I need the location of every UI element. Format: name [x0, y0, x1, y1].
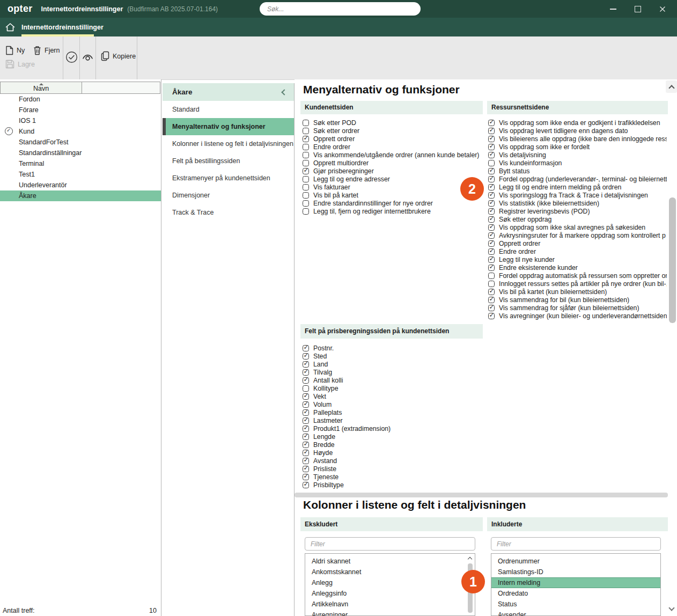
checkbox-icon[interactable] [488, 200, 495, 207]
save-button[interactable]: Lagre [5, 60, 35, 69]
checkbox-icon[interactable] [303, 176, 309, 182]
horizontal-scrollbar[interactable] [295, 493, 668, 497]
checkbox-icon[interactable] [488, 168, 495, 174]
checkbox-row[interactable]: Vis sammendrag for bil (kun bileiernetts… [488, 296, 667, 304]
checkbox-icon[interactable] [488, 136, 495, 142]
checkbox-row[interactable]: Vis statistikk (ikke bileiernettsiden) [488, 199, 667, 207]
checkbox-icon[interactable] [488, 265, 495, 271]
table-row[interactable]: StandardForTest [0, 137, 161, 148]
checkbox-icon[interactable] [488, 160, 495, 166]
checkbox-icon[interactable] [303, 409, 309, 416]
checkbox-row[interactable]: Vis kundeinformasjon [488, 159, 667, 167]
checkbox-icon[interactable] [303, 393, 309, 400]
vertical-scrollbar-thumb[interactable] [669, 197, 676, 323]
list-item[interactable]: Anlegg [305, 577, 475, 588]
checkbox-row[interactable]: Volum [303, 400, 485, 408]
checkbox-icon[interactable] [488, 120, 495, 126]
checkbox-icon[interactable] [488, 289, 495, 295]
checkbox-row[interactable]: Bredde [303, 441, 485, 449]
checkbox-row[interactable]: Vis oppdrag som ikke skal avregnes på sø… [488, 223, 667, 231]
list-item[interactable]: Artikkelnavn [305, 599, 475, 610]
table-row[interactable]: Terminal [0, 158, 161, 169]
checkbox-icon[interactable] [303, 168, 309, 174]
checkbox-row[interactable]: Prisliste [303, 465, 485, 473]
checkbox-row[interactable]: Vis sporingslogg fra Track & Trace i det… [488, 191, 667, 199]
checkbox-icon[interactable] [303, 144, 309, 150]
checkbox-icon[interactable] [303, 417, 309, 424]
list-item[interactable]: Ordrenummer [491, 556, 660, 567]
checkbox-row[interactable]: Endre eksisterende kunder [488, 263, 667, 272]
checkbox-row[interactable]: Legg til og endre adresser [303, 175, 485, 183]
checkbox-row[interactable]: Sted [303, 352, 485, 360]
checkbox-icon[interactable] [303, 184, 309, 190]
list-item[interactable]: Ankomstskannet [305, 567, 475, 577]
checkbox-row[interactable]: Palleplats [303, 408, 485, 416]
checkbox-icon[interactable] [303, 136, 309, 142]
table-row[interactable]: Kund [0, 126, 161, 137]
approve-button[interactable] [65, 51, 78, 63]
checkbox-row[interactable]: Søk etter oppdrag [488, 215, 667, 223]
checkbox-icon[interactable] [303, 385, 309, 392]
checkbox-row[interactable]: Gjør prisberegninger [303, 167, 485, 175]
column-header-navn[interactable]: Navn [0, 82, 82, 94]
checkbox-row[interactable]: Høyde [303, 449, 485, 457]
delete-button[interactable]: Fjern [33, 46, 60, 55]
checkbox-row[interactable]: Produkt1 (extradimension) [303, 424, 485, 432]
checkbox-row[interactable]: Innlogget ressurs settes på artikler på … [488, 280, 667, 288]
nav-item[interactable]: Menyalternativ og funksjoner [163, 118, 294, 135]
checkbox-row[interactable]: Endre ordrer [303, 143, 485, 151]
checkbox-icon[interactable] [488, 273, 495, 279]
collapse-panel-icon[interactable] [281, 89, 287, 95]
checkbox-row[interactable]: Fordel oppdrag (underleverandør-, termin… [488, 175, 667, 183]
checkbox-row[interactable]: Lastmeter [303, 416, 485, 424]
checkbox-row[interactable]: Vis sammendrag for sjåfør (kun bileierne… [488, 304, 667, 312]
checkbox-row[interactable]: Vis bil på kartet [303, 191, 485, 199]
checkbox-icon[interactable] [303, 208, 309, 215]
minimize-button[interactable] [601, 0, 626, 18]
nav-item[interactable]: Ekstramenyer på kundenettsiden [163, 170, 294, 187]
checkbox-row[interactable]: Tilvalg [303, 368, 485, 376]
checkbox-icon[interactable] [303, 482, 309, 488]
checkbox-row[interactable]: Kollitype [303, 384, 485, 392]
included-filter-input[interactable] [491, 537, 661, 551]
listbox-scroll-up-icon[interactable] [466, 556, 474, 562]
close-button[interactable] [650, 0, 675, 18]
checkbox-row[interactable]: Endre ordrer [488, 247, 667, 255]
checkbox-icon[interactable] [303, 345, 309, 351]
list-item[interactable]: Intern melding [491, 577, 660, 588]
checkbox-row[interactable]: Opprett multiordrer [303, 159, 485, 167]
nav-item[interactable]: Track & Trace [163, 204, 294, 221]
checkbox-icon[interactable] [488, 184, 495, 190]
checkbox-row[interactable]: Lengde [303, 432, 485, 441]
scroll-up-button[interactable] [666, 80, 677, 93]
copy-button[interactable]: Kopiere [101, 51, 136, 61]
preview-button[interactable] [82, 53, 94, 62]
checkbox-row[interactable]: Vis oppdrag som ikke er fordelt [488, 143, 667, 151]
checkbox-icon[interactable] [488, 305, 495, 311]
checkbox-icon[interactable] [303, 474, 309, 480]
checkbox-row[interactable]: Land [303, 360, 485, 368]
checkbox-icon[interactable] [303, 377, 309, 384]
checkbox-icon[interactable] [303, 466, 309, 472]
checkbox-icon[interactable] [488, 208, 495, 215]
checkbox-row[interactable]: Postnr. [303, 344, 485, 352]
checkbox-icon[interactable] [488, 232, 495, 239]
list-item[interactable]: Avsender [491, 610, 660, 616]
checkbox-icon[interactable] [303, 120, 309, 126]
checkbox-row[interactable]: Vis bil på kartet (kun bileiernettsiden) [488, 288, 667, 296]
list-item[interactable]: Aldri skannet [305, 556, 475, 567]
excluded-filter-input[interactable] [305, 537, 475, 551]
checkbox-row[interactable]: Vis fakturaer [303, 183, 485, 191]
checkbox-icon[interactable] [303, 160, 309, 166]
checkbox-row[interactable]: Prisbiltype [303, 481, 485, 489]
checkbox-icon[interactable] [303, 442, 309, 448]
checkbox-icon[interactable] [488, 248, 495, 255]
checkbox-icon[interactable] [488, 176, 495, 182]
table-row[interactable]: IOS 1 [0, 115, 161, 126]
checkbox-row[interactable]: Vis detaljvisning [488, 151, 667, 159]
list-item[interactable]: Status [491, 599, 660, 610]
list-item[interactable]: Anleggsinfo [305, 588, 475, 599]
checkbox-row[interactable]: Legg til nye kunder [488, 255, 667, 263]
checkbox-icon[interactable] [303, 434, 309, 440]
table-row[interactable]: Förare [0, 105, 161, 115]
